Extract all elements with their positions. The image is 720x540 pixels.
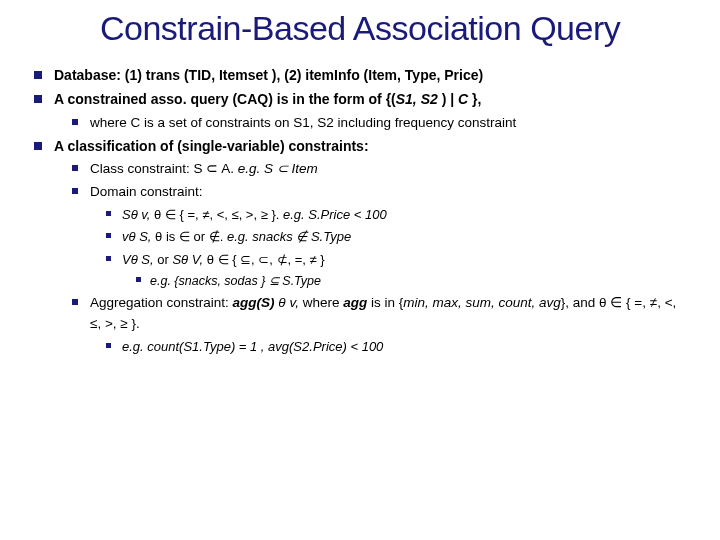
bullet-domain-2: vθ S, θ is ∈ or ∉. e.g. snacks ∉ S.Type <box>106 227 690 247</box>
bullet-aggregation: Aggregation constraint: agg(S) θ v, wher… <box>72 293 690 357</box>
slide-title: Constrain-Based Association Query <box>100 10 690 47</box>
slide: Constrain-Based Association Query Databa… <box>0 10 720 540</box>
bullet-caq: A constrained asso. query (CAQ) is in th… <box>34 89 690 134</box>
bullet-domain-3-eg: e.g. {snacks, sodas } ⊆ S.Type <box>136 272 690 291</box>
bullet-classification: A classification of (single-variable) co… <box>34 136 690 357</box>
bullet-domain-1: Sθ v, θ ∈ { =, ≠, <, ≤, >, ≥ }. e.g. S.P… <box>106 205 690 225</box>
bullet-caq-where: where C is a set of constraints on S1, S… <box>72 113 690 134</box>
bullet-domain-3: Vθ S, or Sθ V, θ ∈ { ⊆, ⊂, ⊄, =, ≠ } e.g… <box>106 250 690 292</box>
bullet-aggregation-eg: e.g. count(S1.Type) = 1 , avg(S2.Price) … <box>106 337 690 357</box>
bullet-class-constraint: Class constraint: S ⊂ A. e.g. S ⊂ Item <box>72 159 690 180</box>
bullet-domain-constraint: Domain constraint: Sθ v, θ ∈ { =, ≠, <, … <box>72 182 690 291</box>
bullet-database: Database: (1) trans (TID, Itemset ), (2)… <box>34 65 690 87</box>
bullet-list: Database: (1) trans (TID, Itemset ), (2)… <box>30 65 690 357</box>
